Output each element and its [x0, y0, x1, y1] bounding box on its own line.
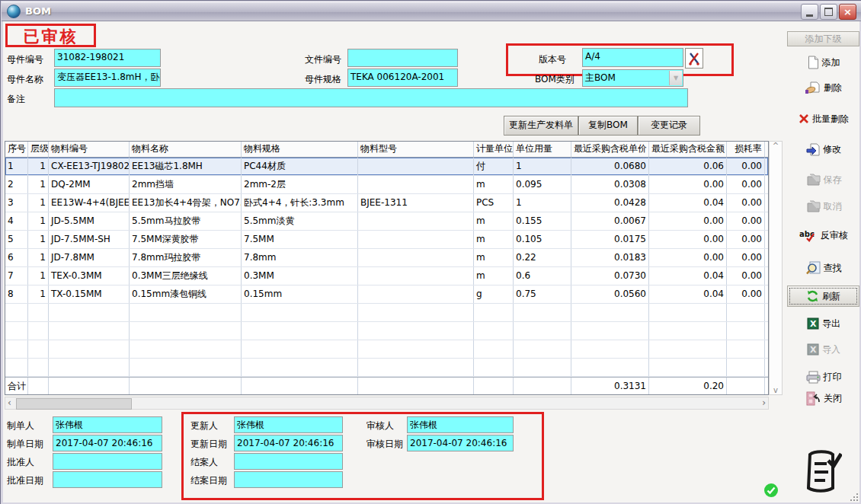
column-header[interactable]: 物料规格	[242, 142, 358, 157]
scroll-left-icon[interactable]: ‹	[8, 397, 11, 408]
export-button[interactable]: X 导出	[787, 315, 860, 332]
table-cell	[358, 158, 474, 175]
table-row[interactable]: 51JD-7.5MM-SH7.5MM深黄胶带7.5MMm0.1050.01750…	[5, 231, 768, 249]
table-cell: 0.0067	[571, 212, 649, 230]
horizontal-scrollbar[interactable]: ‹ ›	[5, 397, 769, 410]
table-cell	[514, 359, 571, 376]
table-cell: 5.5mm淡黄	[242, 212, 358, 230]
update-production-issue-button[interactable]: 更新生产发料单	[504, 116, 578, 136]
approve-date-field[interactable]	[53, 471, 162, 488]
table-cell	[49, 340, 130, 358]
title-bar[interactable]: BOM ×	[2, 2, 861, 21]
column-header[interactable]: 层级	[28, 142, 49, 157]
new-document-icon	[808, 56, 819, 69]
change-log-button[interactable]: 变更记录	[638, 116, 700, 136]
table-cell	[649, 340, 727, 358]
unapprove-button[interactable]: abc 反审核	[787, 227, 860, 244]
version-field[interactable]: A/4	[582, 48, 683, 67]
find-button[interactable]: 查找	[787, 260, 860, 276]
column-header[interactable]: 物料编号	[49, 142, 130, 157]
add-child-button[interactable]: 添加下级	[787, 31, 859, 46]
approver-field[interactable]	[53, 453, 162, 470]
version-edit-button[interactable]	[685, 48, 703, 69]
refresh-button[interactable]: 刷新	[787, 285, 859, 307]
table-cell	[358, 176, 474, 193]
table-cell	[358, 249, 474, 266]
table-row[interactable]: 31EE13W-4+4(BJEEEE13加长4+4骨架，NO7.8卧式4+4，针…	[5, 194, 768, 212]
table-cell: g	[474, 285, 514, 303]
close-date-field[interactable]	[234, 471, 343, 488]
table-cell: EE13磁芯1.8MH	[130, 158, 242, 175]
delete-button[interactable]: 删除	[787, 79, 860, 96]
scroll-right-icon[interactable]: ›	[762, 397, 766, 408]
closer-field[interactable]	[234, 453, 343, 470]
table-cell: 0.0183	[571, 249, 649, 266]
table-cell	[474, 378, 514, 394]
column-header[interactable]: 损耗率	[727, 142, 765, 157]
table-cell	[28, 378, 49, 394]
column-header[interactable]: 序号	[5, 142, 28, 157]
table-row[interactable]: 81TX-0.15MM0.15mm漆包铜线0.15mmg0.750.05600.…	[5, 285, 768, 304]
table-cell: BJEE-1311	[358, 194, 474, 212]
table-cell	[49, 359, 130, 376]
minimize-button[interactable]	[801, 4, 818, 20]
cancel-button[interactable]: 取消	[787, 198, 860, 215]
column-header[interactable]: 最近采购含税单价	[571, 142, 649, 157]
table-row[interactable]: 61JD-7.8MM7.8mm玛拉胶带7.8mmm0.220.01830.000…	[5, 249, 768, 267]
table-cell	[358, 267, 474, 285]
table-cell	[358, 340, 474, 358]
auditor-field[interactable]: 张伟根	[407, 416, 514, 433]
maker-field[interactable]: 张伟根	[53, 416, 162, 433]
batch-delete-button[interactable]: 批量删除	[787, 110, 860, 127]
parent-no-field[interactable]: 31082-198021	[54, 49, 161, 67]
column-header[interactable]: 物料型号	[358, 142, 474, 157]
table-cell: 合计	[5, 378, 28, 394]
close-button[interactable]: ×	[839, 4, 856, 20]
bom-type-select[interactable]: 主BOM ▼	[582, 69, 683, 87]
copy-bom-button[interactable]: 复制BOM	[578, 116, 638, 136]
parent-spec-field[interactable]: TEKA 006120A-2001	[347, 69, 458, 87]
table-cell: 0.00	[727, 176, 765, 193]
table-cell: 8	[5, 285, 28, 303]
column-header[interactable]: 单位用量	[514, 142, 571, 157]
close-window-button[interactable]: 关闭	[787, 390, 860, 407]
table-cell: 0.06	[649, 158, 727, 175]
updater-field[interactable]: 张伟根	[234, 416, 343, 433]
table-cell	[358, 285, 474, 303]
table-row[interactable]: 11CX-EE13-TJ19802EE13磁芯1.8MHPC44材质付10.06…	[5, 158, 768, 176]
audit-date-field[interactable]: 2017-04-07 20:46:16	[407, 435, 514, 451]
column-header[interactable]: 最近采购含税金额	[649, 142, 727, 157]
scroll-down-icon[interactable]: v	[773, 386, 778, 394]
parent-name-field[interactable]: 变压器EE13-1.8mH，卧式	[54, 69, 161, 87]
remark-field[interactable]	[54, 88, 688, 107]
grid-header-row: 序号层级物料编号物料名称物料规格物料型号计量单位单位用量最近采购含税单价最近采购…	[5, 142, 768, 158]
column-header[interactable]: 计量单位	[474, 142, 514, 157]
parent-spec-label: 母件规格	[305, 73, 341, 86]
scrollbar-thumb[interactable]	[16, 398, 132, 410]
scroll-up-icon[interactable]: ^	[773, 142, 779, 150]
make-date-field[interactable]: 2017-04-07 20:46:16	[53, 435, 162, 451]
print-button[interactable]: 打印	[787, 368, 860, 385]
update-date-field[interactable]: 2017-04-07 20:46:16	[234, 435, 343, 451]
table-cell: 0.105	[514, 231, 571, 248]
table-row[interactable]: 21DQ-2MM2mm挡墙2mm-2层m0.0950.03080.000.00	[5, 176, 768, 194]
modify-button[interactable]: 修改	[787, 141, 860, 158]
import-button[interactable]: X 导入	[787, 341, 860, 358]
table-row[interactable]: 41JD-5.5MM5.5mm马拉胶带5.5mm淡黄m0.1550.00670.…	[5, 212, 768, 231]
red-x-icon	[799, 113, 809, 124]
column-header[interactable]: 物料名称	[130, 142, 242, 157]
abc-check-icon: abc	[799, 229, 818, 242]
table-row[interactable]: 71TEX-0.3MM0.3MM三层绝缘线0.3MMm0.60.07300.04…	[5, 267, 768, 285]
vertical-scrollbar[interactable]: ^ v	[769, 141, 783, 395]
table-cell: 0.04	[649, 194, 727, 212]
file-no-field[interactable]	[347, 49, 458, 67]
maximize-button[interactable]	[820, 4, 837, 20]
window-title: BOM	[25, 5, 51, 17]
table-cell: 1	[28, 212, 49, 230]
add-button[interactable]: 添加	[787, 54, 860, 71]
search-icon	[806, 261, 821, 275]
save-button[interactable]: 保存	[787, 171, 860, 188]
table-cell	[130, 340, 242, 358]
cancel-folders-icon	[806, 200, 821, 212]
resize-grip[interactable]	[850, 493, 859, 502]
